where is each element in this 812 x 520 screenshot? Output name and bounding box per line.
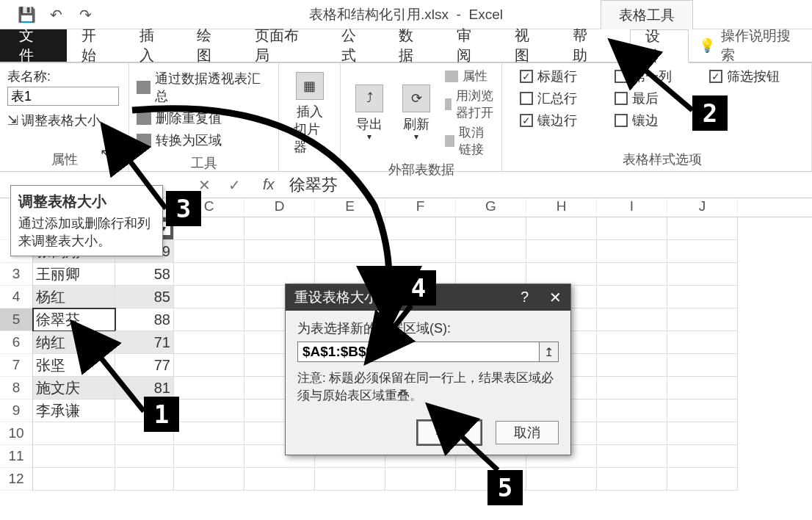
callout-1: 1: [144, 397, 179, 432]
callout-2: 2: [692, 95, 728, 131]
callout-5: 5: [487, 470, 523, 505]
callout-3: 3: [166, 191, 201, 226]
callout-4: 4: [401, 270, 436, 306]
